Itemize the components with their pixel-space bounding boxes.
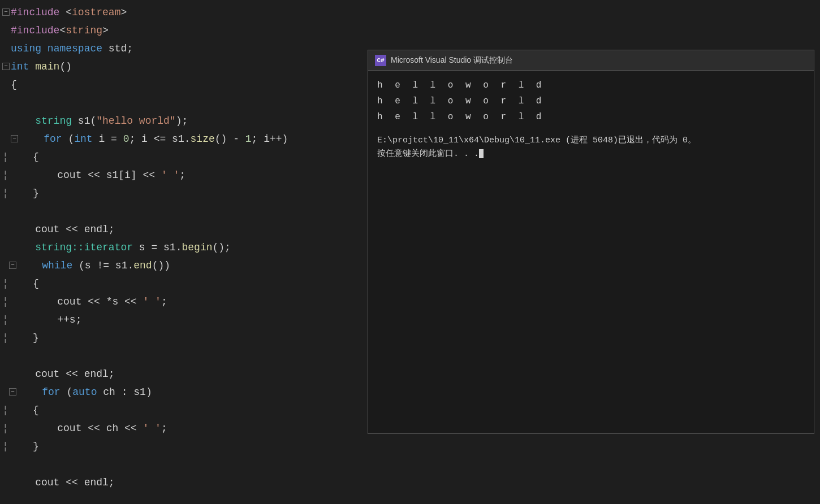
code-editor[interactable]: −#include <iostream> #include<string> us… <box>0 0 362 504</box>
vs-icon-label: C# <box>377 57 384 64</box>
cursor <box>479 149 484 158</box>
console-body: h e l l o w o r l d h e l l o w o r l d … <box>368 71 814 433</box>
console-title: Microsoft Visual Studio 调试控制台 <box>391 55 513 66</box>
output-line-2: h e l l o w o r l d <box>377 93 805 109</box>
collapse-icon-22[interactable]: − <box>9 388 16 396</box>
status-line-1: E:\projtct\10_11\x64\Debug\10_11.exe (进程… <box>377 134 805 147</box>
collapse-icon-1[interactable]: − <box>2 8 10 16</box>
status-line-2: 按任意键关闭此窗口. . . <box>377 147 805 161</box>
collapse-icon-15[interactable]: − <box>9 262 16 269</box>
vs-icon: C# <box>375 55 386 66</box>
status-line-2-text: 按任意键关闭此窗口. . . <box>377 149 479 159</box>
debug-console: C# Microsoft Visual Studio 调试控制台 h e l l… <box>368 50 814 434</box>
console-titlebar: C# Microsoft Visual Studio 调试控制台 <box>368 50 814 71</box>
collapse-icon-8[interactable]: − <box>11 135 18 142</box>
collapse-icon-4[interactable]: − <box>2 63 10 70</box>
output-line-3: h e l l o w o r l d <box>377 109 805 125</box>
console-status: E:\projtct\10_11\x64\Debug\10_11.exe (进程… <box>377 134 805 161</box>
output-line-1: h e l l o w o r l d <box>377 77 805 93</box>
code-content: −#include <iostream> #include<string> us… <box>0 0 362 504</box>
